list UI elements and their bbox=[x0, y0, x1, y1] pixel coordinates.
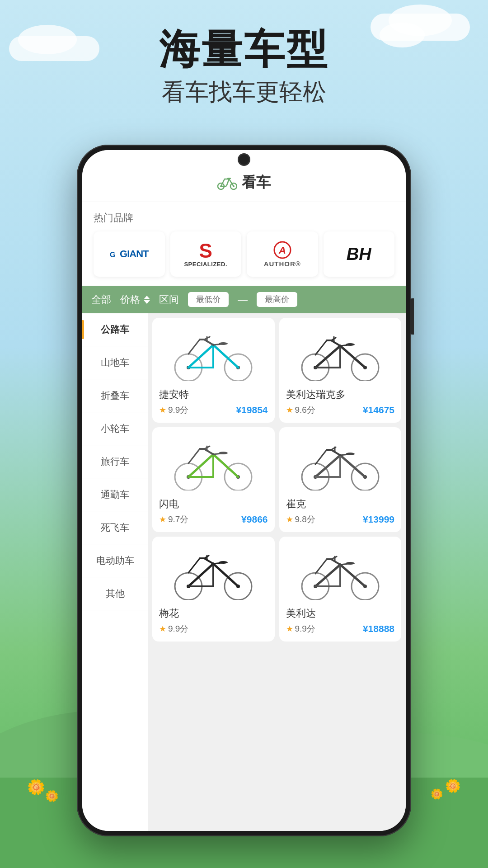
product-card-1[interactable]: 捷安特 ★ 9.9分 ¥19854 bbox=[152, 318, 275, 423]
product-rp-4: ★ 9.8分 ¥13999 bbox=[286, 514, 395, 525]
bike-logo-icon bbox=[217, 175, 237, 190]
sidebar-item-other-label: 其他 bbox=[106, 588, 125, 599]
sidebar-item-bmx-label: 小轮车 bbox=[101, 423, 129, 434]
product-rp-1: ★ 9.9分 ¥19854 bbox=[159, 404, 268, 416]
svg-point-52 bbox=[219, 452, 228, 454]
svg-rect-4 bbox=[227, 178, 231, 179]
product-rating-3: ★ 9.7分 bbox=[159, 514, 188, 525]
brand-card-bh[interactable]: BH bbox=[324, 231, 395, 277]
svg-point-37 bbox=[346, 343, 355, 346]
brand-card-author[interactable]: A AUTHOR® bbox=[247, 231, 318, 277]
sidebar-item-touring[interactable]: 旅行车 bbox=[82, 445, 148, 478]
filter-price-group[interactable]: 价格 bbox=[120, 293, 150, 307]
svg-line-28 bbox=[340, 346, 365, 368]
brands-label: 热门品牌 bbox=[94, 211, 394, 225]
svg-line-76 bbox=[204, 558, 213, 564]
rating-value-3: 9.7分 bbox=[168, 514, 188, 525]
svg-line-16 bbox=[204, 340, 213, 345]
specialized-logo: S SPECIALIZED. bbox=[184, 241, 227, 268]
product-image-3 bbox=[159, 434, 268, 493]
svg-line-48 bbox=[188, 449, 200, 463]
brand-card-specialized[interactable]: S SPECIALIZED. bbox=[170, 231, 242, 277]
sidebar-item-commute-label: 通勤车 bbox=[101, 489, 129, 500]
sidebar-item-road[interactable]: 公路车 bbox=[82, 313, 148, 346]
filter-range-label: 区间 bbox=[159, 293, 179, 307]
bike-image-3 bbox=[168, 436, 258, 491]
product-card-5[interactable]: 梅花 ★ 9.9分 bbox=[152, 537, 275, 642]
bike-image-1 bbox=[168, 327, 258, 381]
flower-2: 🌼 bbox=[45, 790, 59, 802]
product-rp-6: ★ 9.9分 ¥18888 bbox=[286, 623, 395, 635]
svg-line-46 bbox=[204, 449, 213, 454]
bh-logo-text: BH bbox=[347, 245, 371, 264]
rating-value-2: 9.6分 bbox=[295, 404, 315, 416]
product-price-3: ¥9866 bbox=[241, 514, 267, 525]
specialized-s-letter: S bbox=[199, 241, 212, 261]
sort-arrows bbox=[144, 296, 150, 304]
product-rating-5: ★ 9.9分 bbox=[159, 623, 188, 635]
sidebar-item-folding-label: 折叠车 bbox=[101, 390, 129, 401]
camera-dot bbox=[239, 155, 249, 165]
star-icon-4: ★ bbox=[286, 514, 293, 524]
filter-dash: — bbox=[238, 294, 248, 306]
filter-price-label: 价格 bbox=[120, 293, 140, 307]
sidebar-item-commute[interactable]: 通勤车 bbox=[82, 478, 148, 511]
product-card-6[interactable]: 美利达 ★ 9.9分 ¥18888 bbox=[279, 537, 402, 642]
svg-line-94 bbox=[331, 557, 337, 559]
product-name-6: 美利达 bbox=[286, 607, 395, 620]
star-icon-6: ★ bbox=[286, 624, 293, 634]
filter-max-input[interactable] bbox=[257, 292, 297, 307]
side-button bbox=[410, 298, 414, 335]
product-rp-3: ★ 9.7分 ¥9866 bbox=[159, 514, 268, 525]
product-rp-2: ★ 9.6分 ¥14675 bbox=[286, 404, 395, 416]
category-sidebar: 公路车 山地车 折叠车 小轮车 旅行车 通勤车 死飞车 bbox=[82, 313, 148, 831]
flower-3: 🌼 bbox=[445, 778, 461, 793]
bike-image-6 bbox=[295, 546, 385, 600]
svg-text:A: A bbox=[278, 245, 286, 256]
author-text: AUTHOR® bbox=[264, 260, 301, 268]
filter-min-input[interactable] bbox=[188, 292, 229, 307]
giant-name: GIANT bbox=[120, 248, 148, 260]
product-price-4: ¥13999 bbox=[363, 514, 394, 525]
brand-card-giant[interactable]: G GIANT bbox=[94, 231, 165, 277]
bike-image-2 bbox=[295, 327, 385, 381]
svg-point-67 bbox=[346, 453, 355, 455]
product-card-2[interactable]: 美利达瑞克多 ★ 9.6分 ¥14675 bbox=[279, 318, 402, 423]
brands-section: 热门品牌 G GIANT S SPECIALIZED. bbox=[82, 202, 406, 286]
product-price-6: ¥18888 bbox=[363, 623, 394, 634]
author-logo: A AUTHOR® bbox=[264, 241, 301, 268]
specialized-name: SPECIALIZED. bbox=[184, 261, 227, 268]
product-image-1 bbox=[159, 325, 268, 383]
main-content: 公路车 山地车 折叠车 小轮车 旅行车 通勤车 死飞车 bbox=[82, 313, 406, 831]
product-rating-2: ★ 9.6分 bbox=[286, 404, 315, 416]
filter-all[interactable]: 全部 bbox=[91, 293, 111, 307]
star-icon-2: ★ bbox=[286, 405, 293, 415]
author-a-icon: A bbox=[272, 241, 293, 259]
sidebar-item-electric[interactable]: 电动助车 bbox=[82, 544, 148, 577]
sidebar-item-touring-label: 旅行车 bbox=[101, 456, 129, 467]
product-name-2: 美利达瑞克多 bbox=[286, 388, 395, 401]
app-logo: 看车 bbox=[96, 173, 392, 193]
sub-headline: 看车找车更轻松 bbox=[0, 76, 488, 108]
svg-line-18 bbox=[188, 340, 200, 354]
product-image-6 bbox=[286, 543, 395, 602]
product-card-3[interactable]: 闪电 ★ 9.7分 ¥9866 bbox=[152, 427, 275, 532]
arrow-down-icon bbox=[144, 300, 150, 304]
sidebar-item-mountain[interactable]: 山地车 bbox=[82, 346, 148, 379]
sidebar-item-bmx[interactable]: 小轮车 bbox=[82, 412, 148, 445]
bike-image-4 bbox=[295, 436, 385, 491]
sidebar-item-mountain-label: 山地车 bbox=[101, 357, 129, 368]
svg-line-33 bbox=[315, 340, 327, 355]
sidebar-item-folding[interactable]: 折叠车 bbox=[82, 379, 148, 412]
sidebar-item-other[interactable]: 其他 bbox=[82, 577, 148, 610]
sidebar-item-electric-label: 电动助车 bbox=[96, 555, 134, 566]
rating-value-1: 9.9分 bbox=[168, 404, 188, 416]
phone-frame: 看车 热门品牌 G GIANT bbox=[77, 145, 411, 836]
header-section: 海量车型 看车找车更轻松 bbox=[0, 27, 488, 108]
svg-line-61 bbox=[331, 450, 340, 455]
product-card-4[interactable]: 崔克 ★ 9.8分 ¥13999 bbox=[279, 427, 402, 532]
sidebar-item-fixed[interactable]: 死飞车 bbox=[82, 511, 148, 544]
product-name-4: 崔克 bbox=[286, 497, 395, 511]
product-image-4 bbox=[286, 434, 395, 493]
product-name-5: 梅花 bbox=[159, 607, 268, 620]
